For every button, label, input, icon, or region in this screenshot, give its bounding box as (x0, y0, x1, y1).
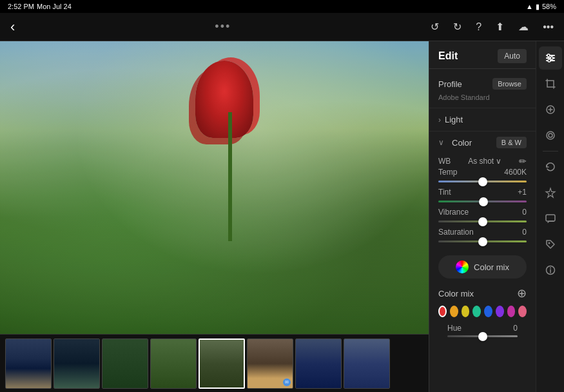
history-panel-icon[interactable] (539, 155, 562, 179)
toolbar-left: ‹ (8, 16, 17, 38)
status-left: 2:52 PM Mon Jul 24 (8, 3, 72, 10)
auto-button[interactable]: Auto (498, 49, 527, 63)
film-thumb-6[interactable]: ✉ (247, 338, 293, 389)
temp-value: 4600K (504, 168, 527, 177)
add-icon[interactable]: ⊕ (517, 286, 527, 300)
redo-button[interactable]: ↻ (451, 18, 464, 35)
color-dot-green[interactable] (472, 306, 481, 317)
hue-label: Hue (447, 324, 462, 333)
temp-thumb[interactable] (478, 177, 487, 186)
color-mix-button[interactable]: Color mix (438, 255, 527, 279)
tag-panel-icon[interactable] (539, 233, 562, 256)
color-dot-pink[interactable] (518, 306, 527, 317)
profile-sublabel: Adobe Standard (438, 93, 527, 103)
more-button[interactable]: ••• (540, 19, 556, 35)
panel-divider-1 (543, 151, 558, 152)
hue-track[interactable] (447, 335, 518, 337)
share-button[interactable]: ⬆ (493, 18, 507, 35)
light-section[interactable]: › Light (429, 108, 536, 132)
saturation-label: Saturation (438, 228, 474, 237)
tint-thumb[interactable] (479, 197, 488, 206)
saturation-slider-top: Saturation 0 (438, 228, 527, 237)
cloud-button[interactable]: ☁ (516, 18, 531, 35)
star-panel-icon[interactable] (539, 181, 562, 204)
profile-row: Profile Browse (438, 74, 527, 93)
mask-panel-icon[interactable] (539, 124, 562, 147)
film-thumb-7[interactable] (295, 338, 342, 389)
status-bar: 2:52 PM Mon Jul 24 ▲ ▮ 58% (0, 0, 564, 13)
svg-point-5 (548, 59, 550, 62)
browse-button[interactable]: Browse (492, 78, 527, 90)
time: 2:52 PM (8, 3, 34, 10)
film-thumb-4[interactable] (150, 338, 197, 389)
heal-panel-icon[interactable] (539, 98, 562, 121)
film-thumb-3[interactable] (102, 338, 148, 389)
tint-value: +1 (518, 188, 527, 197)
hue-value: 0 (513, 324, 518, 333)
svg-point-10 (548, 242, 550, 244)
temp-track[interactable] (438, 181, 527, 182)
thumb-badge: ✉ (283, 378, 291, 386)
back-button[interactable]: ‹ (8, 16, 17, 38)
color-dot-purple[interactable] (496, 306, 504, 317)
color-dot-blue[interactable] (484, 306, 492, 317)
wifi-icon: ▲ (526, 3, 533, 10)
svg-rect-9 (546, 215, 555, 221)
light-label: Light (445, 115, 463, 124)
saturation-thumb[interactable] (478, 237, 487, 246)
crop-panel-icon[interactable] (539, 72, 562, 95)
vibrance-track[interactable] (438, 220, 527, 222)
film-thumb-8[interactable] (344, 338, 390, 389)
edit-title: Edit (438, 50, 458, 62)
temp-label: Temp (438, 168, 457, 177)
color-dot-yellow[interactable] (462, 306, 470, 317)
help-button[interactable]: ? (473, 19, 484, 35)
comment-panel-icon[interactable] (539, 207, 562, 230)
saturation-value: 0 (522, 228, 527, 237)
svg-point-3 (547, 54, 550, 57)
svg-point-4 (550, 57, 553, 59)
color-mix-header: Color mix ⊕ (438, 286, 527, 300)
film-thumb-2[interactable] (53, 338, 100, 389)
vibrance-label: Vibrance (438, 208, 469, 217)
info-panel-icon[interactable] (539, 259, 562, 282)
wb-select[interactable]: As shot ∨ (468, 157, 501, 166)
color-dot-red[interactable] (438, 306, 447, 317)
edit-panel: Edit Auto Profile Browse Adobe Standard … (429, 41, 536, 392)
wb-pencil-icon[interactable]: ✏ (519, 156, 527, 166)
color-mix-section: Color mix ⊕ Hue 0 (429, 284, 536, 348)
color-label: Color (452, 138, 472, 148)
temp-slider-row: Temp 4600K (438, 168, 527, 182)
photo-overlay (0, 41, 429, 334)
saturation-slider-row: Saturation 0 (438, 228, 527, 242)
vibrance-value: 0 (522, 208, 527, 217)
toolbar: ‹ ••• ↺ ↻ ? ⬆ ☁ ••• (0, 13, 564, 41)
profile-section: Profile Browse Adobe Standard (429, 69, 536, 108)
adjust-panel-icon[interactable] (539, 46, 562, 70)
filmstrip: ✉ (0, 334, 429, 392)
date: Mon Jul 24 (37, 3, 72, 10)
color-dots (438, 306, 527, 317)
temp-slider-top: Temp 4600K (438, 168, 527, 177)
light-chevron-icon: › (438, 115, 441, 124)
undo-button[interactable]: ↺ (428, 18, 442, 35)
wb-row: WB As shot ∨ ✏ (438, 153, 527, 168)
color-mix-title: Color mix (438, 289, 474, 299)
main-area: ✉ Edit Auto Profile Browse (0, 41, 564, 392)
battery-pct: 58% (542, 3, 556, 10)
saturation-track[interactable] (438, 240, 527, 242)
color-dot-magenta[interactable] (507, 306, 516, 317)
tint-slider-row: Tint +1 (438, 188, 527, 202)
bw-button[interactable]: B & W (496, 137, 527, 148)
tint-track[interactable] (438, 201, 527, 202)
film-thumb-5[interactable] (199, 338, 245, 389)
vibrance-slider-top: Vibrance 0 (438, 208, 527, 217)
hue-thumb[interactable] (478, 332, 487, 341)
svg-point-8 (549, 133, 552, 137)
film-thumb-1[interactable] (5, 338, 52, 389)
wb-section: WB As shot ∨ ✏ Temp 4600K (429, 151, 536, 250)
color-dot-orange[interactable] (450, 306, 458, 317)
svg-point-7 (547, 132, 554, 139)
vibrance-thumb[interactable] (478, 217, 487, 226)
color-chevron-icon[interactable]: ∨ (438, 138, 444, 147)
